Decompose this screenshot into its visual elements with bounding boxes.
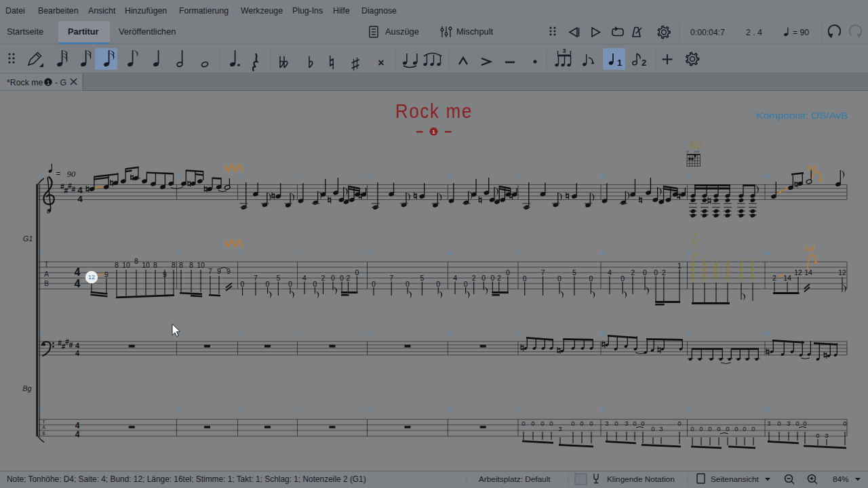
svg-text:♯: ♯	[351, 54, 359, 73]
svg-text:Hilfe: Hilfe	[333, 6, 350, 16]
svg-text:Partitur: Partitur	[68, 26, 99, 37]
svg-text:×: ×	[378, 57, 384, 68]
svg-text:2 . 4: 2 . 4	[746, 28, 762, 37]
svg-text:1: 1	[617, 58, 622, 68]
svg-text:Datei: Datei	[5, 6, 25, 16]
svg-text:0:00:04:7: 0:00:04:7	[690, 28, 725, 37]
svg-text:2: 2	[642, 58, 646, 68]
svg-text:Ansicht: Ansicht	[88, 6, 116, 16]
svg-text:*Rock me: *Rock me	[7, 78, 43, 87]
svg-text:Plug-Ins: Plug-Ins	[292, 6, 323, 16]
svg-text:Bearbeiten: Bearbeiten	[38, 6, 79, 16]
svg-text:Werkzeuge: Werkzeuge	[241, 6, 283, 16]
svg-text:Arbeitsplatz: Default: Arbeitsplatz: Default	[479, 474, 551, 484]
svg-text:Note; Tonhöhe: D4; Saite: 4; B: Note; Tonhöhe: D4; Saite: 4; Bund: 12; L…	[7, 474, 366, 484]
svg-text:Formatierung: Formatierung	[179, 6, 229, 16]
svg-text:Seitenansicht: Seitenansicht	[711, 474, 760, 484]
svg-text:- G: - G	[55, 78, 66, 87]
svg-text:3: 3	[562, 47, 566, 54]
svg-text:Klingende Notation: Klingende Notation	[607, 474, 675, 484]
svg-text:1: 1	[47, 79, 50, 86]
svg-text:Startseite: Startseite	[7, 26, 43, 37]
svg-text:Auszüge: Auszüge	[385, 26, 419, 37]
svg-text:Diagnose: Diagnose	[361, 6, 397, 16]
svg-text:84%: 84%	[833, 474, 849, 484]
svg-text:Veröffentlichen: Veröffentlichen	[119, 26, 176, 37]
svg-text:Hinzufügen: Hinzufügen	[125, 6, 167, 16]
svg-text:= 90: = 90	[793, 28, 809, 37]
svg-text:Mischpult: Mischpult	[456, 26, 493, 37]
